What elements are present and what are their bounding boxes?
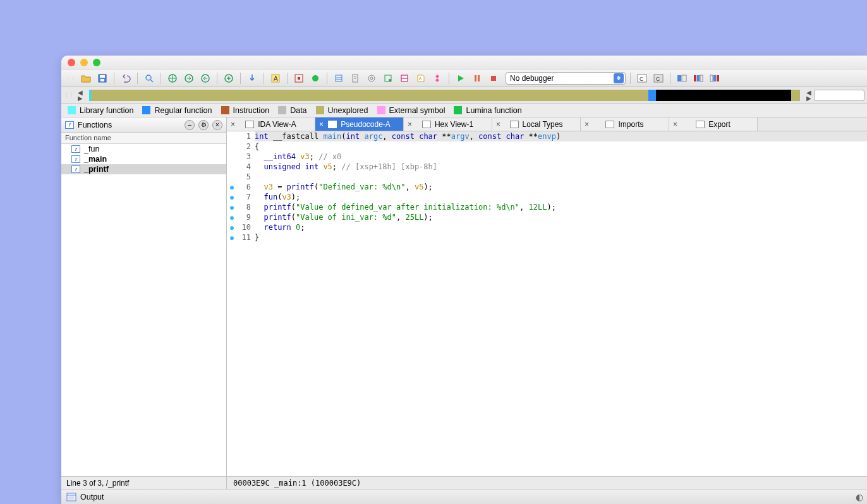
code-line[interactable]: v3 = printf("Defined_var: %d\n", v5);: [255, 182, 867, 192]
jump-down-button[interactable]: [245, 71, 259, 85]
breakpoint-gutter[interactable]: ●: [227, 182, 237, 192]
open-file-button[interactable]: [79, 71, 93, 85]
undo-button[interactable]: [119, 71, 133, 85]
tab-close-icon[interactable]: ×: [496, 120, 500, 129]
svg-rect-44: [717, 75, 719, 81]
tab-label: Export: [708, 120, 731, 129]
code-line[interactable]: fun(v3);: [255, 192, 867, 202]
legend-label: Unexplored: [328, 106, 368, 115]
legend-swatch: [221, 106, 229, 114]
line-number: 7: [237, 192, 251, 202]
editor-tab[interactable]: ×Pseudocode-A: [315, 117, 404, 131]
breakpoint-gutter[interactable]: ●: [227, 212, 237, 222]
nav-arrows-left: ◀ ▶: [78, 90, 83, 101]
tab-close-icon[interactable]: ×: [231, 120, 235, 129]
nav-grip: ⋮⋮: [64, 92, 74, 99]
struct-button[interactable]: [332, 71, 346, 85]
code-line[interactable]: unsigned int v5; // [xsp+18h] [xbp-8h]: [255, 162, 867, 172]
breakpoint-gutter[interactable]: [227, 162, 237, 172]
tab-close-icon[interactable]: ×: [585, 120, 589, 129]
decompile-c-button[interactable]: C: [635, 71, 649, 85]
xrefs-to-button[interactable]: [182, 71, 196, 85]
breakpoint-gutter[interactable]: [227, 141, 237, 152]
tab-icon: [510, 121, 519, 128]
code-editor[interactable]: ●●●●●● 1234567891011 int __fastcall main…: [227, 131, 867, 476]
zoom-window-icon[interactable]: [93, 59, 100, 66]
tab-label: IDA View-A: [258, 120, 296, 129]
output-panel-header[interactable]: Output ◐: [61, 489, 867, 504]
close-window-icon[interactable]: [68, 59, 75, 66]
tab-close-icon[interactable]: ×: [673, 120, 677, 129]
stop-button[interactable]: [487, 71, 500, 85]
breakpoint-gutter[interactable]: [227, 131, 237, 141]
function-icon: f: [71, 145, 80, 153]
function-list-item[interactable]: f_printf: [61, 164, 226, 174]
functions-sidebar: f Functions – ⚙ × Function name f_funf_m…: [61, 117, 227, 489]
bookmark-button[interactable]: [430, 71, 444, 85]
breakpoint-gutter[interactable]: ●: [227, 232, 237, 243]
code-line[interactable]: __int64 v3; // x0: [255, 152, 867, 162]
editor-tab[interactable]: ×Imports: [581, 117, 669, 131]
tab-icon: [605, 121, 614, 128]
segments-button[interactable]: [365, 71, 379, 85]
code-line[interactable]: return 0;: [255, 222, 867, 232]
tab-close-icon[interactable]: ×: [319, 120, 324, 129]
code-line[interactable]: {: [255, 141, 867, 152]
code-line[interactable]: int __fastcall main(int argc, const char…: [255, 131, 867, 141]
pause-button[interactable]: [470, 71, 484, 85]
toolbar: ⋮⋮ A No debugger: [61, 69, 867, 87]
text-button[interactable]: A: [269, 71, 282, 85]
editor-tab[interactable]: ×Local Types: [492, 117, 581, 131]
hex-button[interactable]: [292, 71, 306, 85]
layout-1-button[interactable]: [675, 71, 689, 85]
function-list-item[interactable]: f_fun: [61, 144, 226, 154]
type-libs-button[interactable]: [397, 71, 411, 85]
xrefs-from-button[interactable]: [198, 71, 212, 85]
svg-rect-38: [682, 75, 686, 81]
functions-column-header[interactable]: Function name: [61, 133, 226, 144]
breakpoint-button[interactable]: [308, 71, 322, 85]
address-input[interactable]: [814, 90, 864, 101]
save-button[interactable]: [95, 71, 109, 85]
output-title: Output: [80, 493, 104, 501]
panel-settings-button[interactable]: ⚙: [198, 120, 209, 130]
editor-tab[interactable]: ×Hex View-1: [404, 117, 492, 131]
panel-minimize-button[interactable]: –: [185, 120, 195, 130]
nav-right-icon[interactable]: ▶: [806, 95, 811, 101]
signatures-button[interactable]: [381, 71, 395, 85]
nav-right-icon[interactable]: ▶: [78, 95, 83, 101]
graph-button[interactable]: [166, 71, 179, 85]
output-icon: [66, 493, 76, 501]
legend-label: Data: [290, 106, 306, 115]
layout-3-button[interactable]: [708, 71, 722, 85]
toggle-casts-button[interactable]: C: [652, 71, 665, 85]
resize-handle-icon[interactable]: ◐: [856, 492, 863, 502]
minimize-window-icon[interactable]: [80, 59, 88, 66]
add-button[interactable]: [222, 71, 236, 85]
function-list-item[interactable]: f_main: [61, 154, 226, 164]
debugger-select[interactable]: No debugger: [506, 72, 626, 85]
breakpoint-gutter[interactable]: [227, 172, 237, 182]
script-button[interactable]: [414, 71, 428, 85]
editor-tab[interactable]: ×IDA View-A: [227, 117, 315, 131]
search-button[interactable]: [142, 71, 156, 85]
editor-tab[interactable]: ×Export: [669, 117, 758, 131]
content-area: f Functions – ⚙ × Function name f_funf_m…: [61, 117, 867, 489]
code-line[interactable]: }: [255, 232, 867, 243]
svg-point-24: [368, 75, 375, 81]
code-line[interactable]: printf("Value of defined_var after initi…: [255, 202, 867, 212]
code-line[interactable]: printf("Value of ini_var: %d", 25LL);: [255, 212, 867, 222]
functions-status: Line 3 of 3, /_printf: [61, 476, 226, 489]
breakpoint-gutter[interactable]: ●: [227, 202, 237, 212]
breakpoint-gutter[interactable]: ●: [227, 192, 237, 202]
tab-close-icon[interactable]: ×: [408, 120, 412, 129]
run-button[interactable]: [454, 71, 468, 85]
layout-2-button[interactable]: [691, 71, 705, 85]
enum-button[interactable]: [348, 71, 362, 85]
code-line[interactable]: [255, 172, 867, 182]
tab-icon: [696, 121, 705, 128]
breakpoint-gutter[interactable]: ●: [227, 222, 237, 232]
overview-band[interactable]: [89, 90, 800, 101]
panel-close-button[interactable]: ×: [212, 120, 222, 130]
breakpoint-gutter[interactable]: [227, 152, 237, 162]
